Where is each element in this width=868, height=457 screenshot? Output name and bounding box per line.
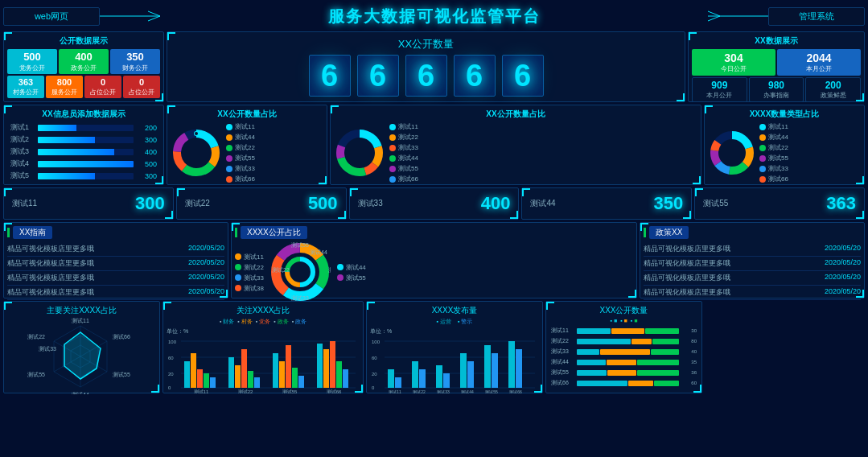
public-data-panel: 公开数据展示 500 党务公开 400 政务公开 350 财务公开 363 [3,31,164,102]
svg-rect-105 [436,365,442,388]
svg-text:0: 0 [372,385,375,390]
svg-rect-102 [412,361,418,388]
xx-data-title: XX数据展示 [692,35,861,47]
policy-item-2: 精品可视化模板店里更多哦 2020/05/20 [644,257,861,271]
svg-rect-77 [254,377,260,388]
donut3-title: XXXX数量类型占比 [708,109,861,120]
stat-box-2: 测试22 500 [176,187,347,220]
svg-rect-109 [467,361,474,388]
svg-text:测试44: 测试44 [72,392,89,394]
svg-text:测试55: 测试55 [113,372,130,377]
svg-point-13 [195,132,198,135]
svg-text:20: 20 [168,372,174,377]
row2: XX信息员添加数据展示 测试1 200 测试2 300 [3,105,865,185]
svg-rect-69 [197,369,203,388]
info-bar-items: 测试1 200 测试2 300 测试3 [7,122,160,181]
donut-mid-legend-right: 测试44 测试55 [337,263,366,282]
info-bar-title: XX信息员添加数据展示 [7,109,160,120]
open-count-numbers: 6 6 6 6 6 [309,55,544,97]
stat-caiwu: 350 财务公开 [110,49,160,74]
svg-rect-87 [330,341,335,388]
svg-text:测试55: 测试55 [282,389,298,393]
policy-title: 政策XX [649,226,689,239]
svg-text:测试66: 测试66 [327,389,342,393]
svg-text:测试33: 测试33 [39,346,56,352]
svg-rect-106 [443,373,450,388]
stat-zhanwei1: 0 占位公开 [84,76,121,98]
svg-rect-99 [388,369,394,388]
svg-text:测试11: 测试11 [389,389,401,393]
svg-rect-82 [292,368,298,388]
hbar-row-1: 测试11 30 [551,327,697,335]
svg-rect-111 [484,345,491,388]
svg-rect-115 [516,349,522,388]
nav-right[interactable]: 管理系统 [768,7,865,26]
nav-left[interactable]: web网页 [3,7,100,26]
guide-item-1: 精品可视化模板店里更多哦 2020/05/20 [7,242,224,257]
stat-box-5: 测试55 363 [694,187,865,220]
svg-text:测试55: 测试55 [291,242,309,248]
row3-statboxes: 测试11 300 测试22 500 测试33 400 测试44 350 测试55… [3,187,865,220]
svg-text:100: 100 [168,340,177,344]
guide-item-3: 精品可视化模板店里更多哦 2020/05/20 [7,271,224,286]
policy-item-4: 精品可视化模板店里更多哦 2020/05/20 [644,286,861,300]
guide-panel: XX指南 精品可视化模板店里更多哦 2020/05/20 精品可视化模板店里更多… [3,222,228,298]
donut3-container: 测试11 测试44 测试22 测试55 测试33 测试66 [708,122,861,183]
bar-group-title: 关注XXXX占比 [167,305,360,316]
bar3-panel: XXXX发布量 ▪ 运营 ▪ 警示 单位：% 100 60 20 0 测试11 [366,301,543,393]
svg-text:测试11: 测试11 [72,318,89,323]
svg-rect-114 [508,341,515,388]
radar-panel: 主要关注XXXX占比 [3,301,160,393]
svg-rect-74 [235,365,241,388]
svg-text:测试55: 测试55 [485,389,498,393]
xx-month: 2044 本月公开 [777,49,861,76]
svg-text:0: 0 [168,385,171,390]
hbar-row-6: 测试66 60 [551,379,697,387]
svg-text:测试55: 测试55 [27,372,45,377]
svg-text:20: 20 [372,372,377,377]
svg-text:测试33: 测试33 [291,295,309,301]
header: web网页 服务大数据可视化监管平台 管理系统 [3,3,865,29]
stat-zhengwu: 400 政务公开 [59,49,109,74]
svg-text:100: 100 [372,340,381,344]
info-item-3: 测试3 400 [10,146,157,157]
hbar-row-2: 测试22 80 [551,337,697,345]
guide-list: 精品可视化模板店里更多哦 2020/05/20 精品可视化模板店里更多哦 202… [7,242,224,300]
svg-text:60: 60 [372,356,377,360]
stat-zhanwei2: 0 占位公开 [123,76,160,98]
xx-data-panel: XX数据展示 304 今日公开 2044 本月公开 909 本月公开 980 [688,31,865,102]
hbar-rows: 测试11 30 测试22 80 [549,325,698,389]
svg-rect-100 [395,377,401,388]
info-item-5: 测试5 300 [10,171,157,181]
policy-title-bar: 政策XX [644,226,861,239]
donut3-chart [708,129,756,177]
bar-group-panel: 关注XXXX占比 ▪ 财务 ▪ 村务 ▪ 党务 ▪ 政务 ▪ 政务 单位：% 1… [162,301,364,393]
svg-text:测试22: 测试22 [27,334,45,340]
donut2-legend: 测试11 测试22 测试33 测试44 测试55 测试66 [389,122,418,183]
xx-today: 304 今日公开 [692,49,775,76]
donut-mid-title-bar: XXXX公开占比 [235,226,633,239]
svg-text:测试22: 测试22 [413,389,426,393]
svg-rect-88 [336,361,342,388]
donut-mid-chart: 测试55 测试11 测试33 测试22 测试44 [270,242,331,303]
svg-text:测试44: 测试44 [310,249,327,255]
stat-box-3: 测试33 400 [349,187,520,220]
donut2-panel: XX公开数量占比 测试11 测试22 测试33 测试44 测试55 测试66 [330,105,701,185]
svg-rect-79 [273,353,278,388]
bar-group-legend: ▪ 财务 ▪ 村务 ▪ 党务 ▪ 政务 ▪ 政务 [167,318,360,326]
count-num-4: 6 [454,55,496,97]
xx-stat-row2: 909 本月公开 980 办事指南 200 政策鲜悉 [692,77,861,102]
radar-chart: 测试11 测试66 测试55 测试44 测试55 测试22 测试33 [7,318,154,394]
svg-rect-81 [286,345,291,388]
xx-month2: 909 本月公开 [692,77,747,102]
hbar-row-3: 测试33 40 [551,348,697,356]
donut1-legend: 测试11 测试44 测试22 测试55 测试33 测试66 [226,122,255,183]
svg-rect-71 [210,377,216,388]
count-num-2: 6 [357,55,399,97]
info-item-2: 测试2 300 [10,134,157,145]
bar3-title: XXXX发布量 [370,305,539,316]
public-data-grid-row2: 363 村务公开 800 服务公开 0 占位公开 0 占位公开 [7,76,160,98]
svg-text:测试66: 测试66 [509,389,522,393]
stat-box-1: 测试11 300 [3,187,174,220]
info-item-1: 测试1 200 [10,122,157,133]
